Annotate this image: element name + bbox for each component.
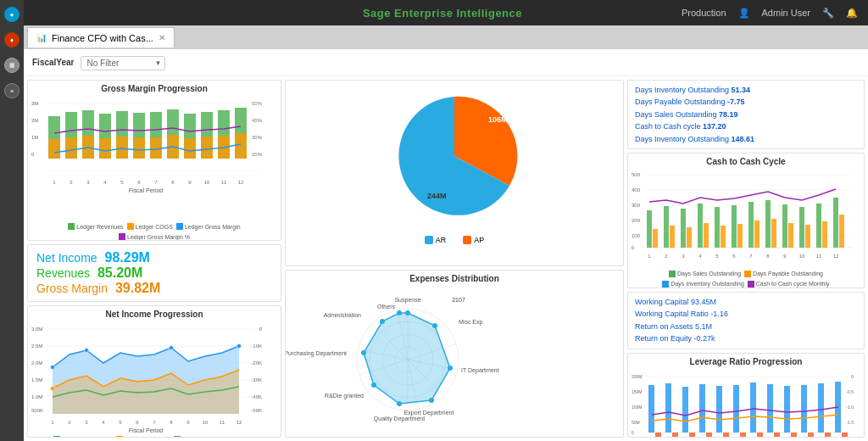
stat-days-sales-value: 78.19 [719,110,738,119]
cash-cycle-title: Cash to Cash Cycle [632,157,860,166]
svg-text:5: 5 [119,420,122,425]
svg-text:4: 4 [102,420,105,425]
legend-ni: Ledger Net Income [53,436,113,438]
svg-text:400: 400 [632,187,641,193]
legend-cogs: Ledger COGS [127,223,173,230]
svg-rect-131 [664,206,669,248]
gross-margin-legend: Ledger Revenues Ledger COGS Ledger Gross… [31,221,277,241]
svg-text:1: 1 [648,254,651,259]
wc-roa-value: 5.1M [695,322,712,331]
wc-roe: Return on Equity -0.27k [635,332,857,344]
svg-rect-200 [757,433,763,438]
svg-text:6: 6 [137,180,141,185]
stat-days-inventory: Days Inventory Outstanding 51.34 [635,84,857,96]
svg-rect-130 [647,210,652,248]
sidebar-icon-menu[interactable]: ≡ [4,83,19,98]
svg-text:7: 7 [153,420,156,425]
svg-text:11: 11 [220,420,225,425]
svg-text:Purchasing Department: Purchasing Department [285,350,347,357]
legend-gm-pct-label: Ledger Gross Margin % [127,234,190,240]
leverage-title: Leverage Ratio Progression [632,357,860,366]
pie-ap-label: AP [463,236,484,244]
svg-rect-136 [748,202,754,248]
legend-ni-label: Ledger Net Income [62,437,113,438]
svg-rect-33 [184,138,196,159]
legend-profit-pct: Ledger Net Income Profit % [174,436,255,438]
bell-icon[interactable]: 🔔 [846,8,858,19]
legend-revenues-label: Ledger Revenues [76,224,123,230]
stat-days-payable-value: -7.75 [727,98,745,106]
filter-row: FiscalYear No Filter [24,49,868,76]
svg-rect-195 [672,433,678,438]
sidebar-icon-home[interactable]: ● [4,7,19,22]
sidebar-icon-pin[interactable]: ♦ [4,32,19,47]
stat-days-inventory-value: 51.34 [732,86,751,94]
svg-rect-202 [791,433,797,438]
pie-labels: AR AP [425,236,485,244]
app-title: Sage Enterprise Intelligence [363,7,522,20]
svg-rect-152 [822,221,827,248]
pie-chart: 106M 244M [370,84,539,232]
svg-rect-133 [698,204,703,248]
svg-text:244M: 244M [427,192,447,200]
gross-margin-kpi: Gross Margin 39.82M [36,281,272,296]
cash-cycle-panel: Cash to Cash Cycle 500 400 300 200 100 0 [627,153,865,288]
svg-text:2.5M: 2.5M [31,343,42,349]
legend-dpo-label: Days Payable Outstanding [753,271,823,276]
content-area: FiscalYear No Filter Gross Margin Progre… [24,49,868,441]
svg-text:200: 200 [632,218,641,223]
svg-point-106 [380,319,385,324]
svg-rect-198 [723,433,729,438]
svg-point-101 [448,366,453,371]
wc-ratio-value: -1.16 [710,310,728,318]
user-label: Admin User [762,8,810,18]
environment-label: Production [682,8,726,18]
svg-rect-28 [99,138,111,159]
filter-select-wrapper[interactable]: No Filter [81,54,165,70]
svg-text:4: 4 [103,180,107,185]
main-tab[interactable]: 📊 Finance CFO with Cas... ✕ [27,27,175,47]
settings-icon[interactable]: 🔧 [822,8,834,19]
wc-working-capital: Working Capital 93.45M [635,296,857,308]
svg-rect-196 [689,433,695,438]
pie-ar-label: AR [425,236,447,244]
legend-ctc-label: Cash to Cash cycle Monthly [756,281,830,287]
svg-rect-138 [782,204,787,248]
pie-chart-panel: 106M 244M AR AP [285,80,624,266]
svg-text:500K: 500K [31,408,43,413]
tab-close-button[interactable]: ✕ [159,33,165,42]
legend-exp-label: Ledger Expenses [125,437,170,438]
wc-roa: Return on Assets 5.1M [635,321,857,332]
ar-label: AR [436,236,447,244]
svg-text:6: 6 [732,254,736,259]
svg-text:Others: Others [377,304,396,310]
stat-days-inventory2: Days Inventory Outstanding 148.61 [635,133,857,145]
gross-margin-label: Gross Margin [36,282,108,295]
svg-rect-189 [767,384,773,433]
legend-gm-label: Ledger Gross Margin [185,224,241,230]
expenses-title: Expenses Distribution [289,274,620,283]
svg-rect-203 [808,433,814,438]
svg-rect-205 [842,433,848,438]
svg-rect-183 [665,383,671,433]
svg-text:9: 9 [783,254,787,259]
svg-rect-135 [732,205,737,248]
svg-text:IT Department: IT Department [461,367,499,374]
svg-rect-140 [816,204,821,248]
net-income-chart: 3.0M 2.5M 2.0M 1.5M 1.0M 500K 0 -10K -20… [31,321,275,431]
middle-column: 106M 244M AR AP [285,80,624,438]
svg-point-100 [432,323,437,328]
fiscal-year-filter[interactable]: No Filter [81,56,165,70]
svg-text:12: 12 [238,180,244,185]
user-icon: 👤 [738,8,750,19]
wc-value: 93.45M [691,298,716,306]
legend-ctc: Cash to Cash cycle Monthly [748,281,830,287]
net-income-panel: Net Income Progression 3.0M 2.5M 2.0M 1.… [27,305,281,438]
svg-text:1: 1 [51,420,54,425]
gross-margin-value: 39.82M [115,281,160,295]
legend-gm: Ledger Gross Margin [176,223,241,230]
svg-text:200M: 200M [632,374,643,379]
svg-rect-34 [201,137,213,159]
sidebar-icon-grid[interactable]: ▦ [4,58,19,73]
svg-text:0: 0 [259,327,263,332]
